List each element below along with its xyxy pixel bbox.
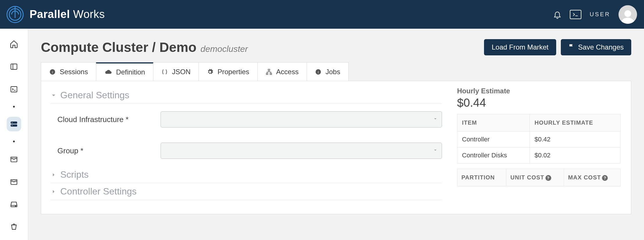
chevron-down-icon — [50, 92, 57, 99]
notifications-icon[interactable] — [553, 10, 562, 19]
svg-rect-17 — [268, 69, 270, 70]
svg-point-12 — [12, 125, 13, 126]
load-from-market-button[interactable]: Load From Market — [484, 39, 556, 55]
sidebar-item-drive[interactable] — [7, 197, 21, 211]
info-icon: i — [49, 69, 56, 75]
topbar: Parallel Works USER — [0, 0, 644, 29]
svg-text:i: i — [52, 70, 53, 74]
avatar[interactable] — [618, 5, 637, 24]
chevron-right-icon — [50, 188, 57, 195]
svg-rect-9 — [11, 121, 17, 124]
svg-rect-10 — [11, 124, 17, 127]
table-row: Controller Disks $0.02 — [457, 148, 621, 163]
cloud-infrastructure-select[interactable] — [161, 111, 442, 128]
estimate-header-item: ITEM — [457, 114, 530, 132]
section-controller-settings[interactable]: Controller Settings — [50, 183, 442, 200]
save-changes-button[interactable]: Save Changes — [561, 39, 631, 55]
partition-header-unit: UNIT COST? — [506, 169, 564, 186]
partition-header-max: MAX COST? — [564, 169, 620, 186]
user-label[interactable]: USER — [590, 11, 610, 18]
sidebar — [0, 29, 28, 240]
estimate-header-hourly: HOURLY ESTIMATE — [530, 114, 621, 132]
tab-access[interactable]: Access — [257, 62, 307, 81]
tab-sessions[interactable]: i Sessions — [41, 62, 96, 81]
help-icon[interactable]: ? — [545, 175, 551, 181]
sidebar-item-home[interactable] — [7, 37, 21, 51]
sidebar-item-bucket[interactable] — [7, 219, 21, 234]
sitemap-icon — [266, 69, 272, 75]
main: Compute Cluster / Demo democluster Load … — [28, 29, 644, 240]
sidebar-item-panel[interactable] — [7, 59, 21, 74]
svg-rect-7 — [11, 87, 17, 92]
sidebar-item-inbox2[interactable] — [7, 174, 21, 189]
info-icon: i — [315, 69, 321, 75]
sidebar-item-inbox1[interactable] — [7, 152, 21, 166]
section-scripts[interactable]: Scripts — [50, 166, 442, 183]
chevron-right-icon — [50, 172, 57, 178]
sidebar-item-terminal[interactable] — [7, 82, 21, 97]
svg-point-11 — [12, 122, 13, 123]
partition-table: PARTITION UNIT COST? MAX COST? — [457, 169, 621, 186]
partition-header-partition: PARTITION — [457, 169, 506, 186]
sidebar-divider — [13, 141, 15, 142]
svg-rect-18 — [266, 73, 268, 74]
help-icon[interactable]: ? — [602, 175, 608, 181]
logo-text: Parallel Works — [30, 8, 105, 21]
svg-point-4 — [624, 10, 631, 17]
hourly-estimate-value: $0.44 — [457, 96, 621, 109]
page-title: Compute Cluster / Demo — [41, 39, 197, 55]
chevron-down-icon — [433, 117, 438, 122]
svg-text:i: i — [318, 70, 319, 74]
terminal-icon[interactable] — [570, 10, 581, 19]
braces-icon — [161, 69, 168, 75]
cloud-icon — [104, 69, 112, 75]
table-row: Controller $0.42 — [457, 132, 621, 148]
breadcrumb: Compute Cluster / Demo democluster — [41, 39, 248, 55]
section-general-settings[interactable]: General Settings — [50, 87, 442, 104]
tab-properties[interactable]: Properties — [199, 62, 257, 81]
tab-definition[interactable]: Definition — [96, 62, 153, 81]
tab-jobs[interactable]: i Jobs — [307, 62, 349, 81]
logo[interactable]: Parallel Works — [6, 5, 105, 24]
cloud-infrastructure-label: Cloud Infrastructure * — [50, 115, 161, 124]
sidebar-item-storage[interactable] — [7, 117, 21, 131]
tabs: i Sessions Definition JSON Properties — [41, 62, 631, 81]
page-subtitle: democluster — [201, 44, 248, 54]
gear-icon — [207, 69, 213, 75]
svg-point-14 — [15, 206, 16, 206]
panel: General Settings Cloud Infrastructure * … — [41, 81, 631, 214]
sidebar-divider — [13, 106, 15, 108]
group-label: Group * — [50, 146, 161, 155]
group-select[interactable] — [161, 143, 442, 159]
estimate-table: ITEM HOURLY ESTIMATE Controller $0.42 Co… — [457, 114, 621, 163]
hourly-estimate-label: Hourly Estimate — [457, 87, 621, 95]
svg-rect-5 — [11, 64, 17, 70]
flag-icon — [568, 43, 575, 51]
tab-json[interactable]: JSON — [153, 62, 199, 81]
chevron-down-icon — [433, 148, 438, 154]
svg-rect-19 — [270, 73, 272, 74]
logo-icon — [6, 5, 24, 24]
